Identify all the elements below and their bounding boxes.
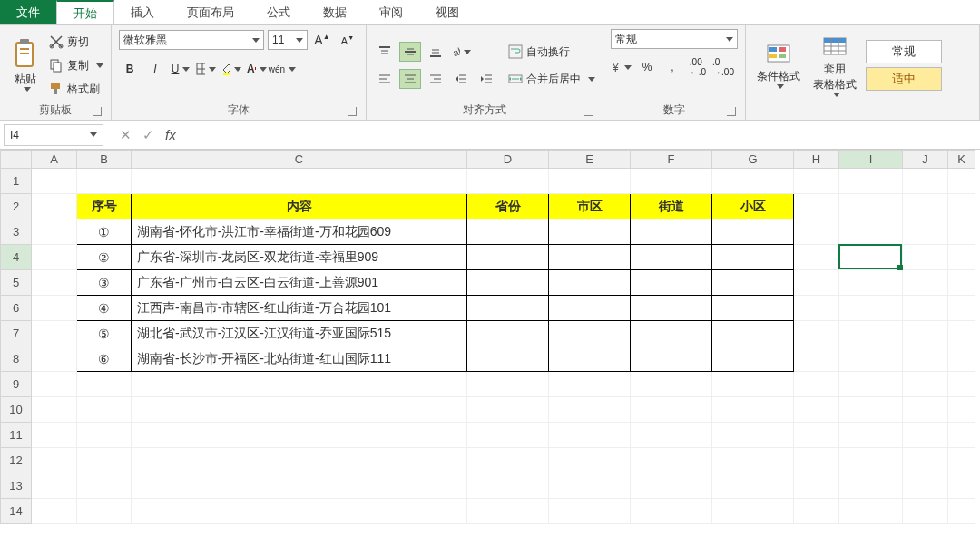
cell-G14[interactable]	[712, 499, 794, 524]
percent-button[interactable]: %	[636, 57, 658, 77]
cell-H12[interactable]	[794, 448, 839, 473]
wrap-text-button[interactable]: 自动换行	[508, 41, 595, 63]
cell-G1[interactable]	[712, 169, 794, 194]
cell-C5[interactable]: 广东省-广州市-白云区-白云街道-上善源901	[132, 270, 467, 296]
cell-G5[interactable]	[712, 270, 794, 296]
cell-E10[interactable]	[549, 397, 631, 423]
cell-J7[interactable]	[903, 321, 948, 346]
cell-H1[interactable]	[794, 169, 839, 194]
cell-B12[interactable]	[77, 448, 132, 473]
decrease-indent-button[interactable]	[450, 69, 472, 89]
cell-J11[interactable]	[903, 423, 948, 448]
accounting-format-button[interactable]: ¥	[611, 57, 632, 77]
tab-file[interactable]: 文件	[0, 0, 56, 24]
align-top-button[interactable]	[374, 42, 396, 62]
cell-D13[interactable]	[467, 473, 549, 499]
cell-G12[interactable]	[712, 448, 794, 473]
row-header-14[interactable]: 14	[1, 499, 32, 524]
cell-D12[interactable]	[467, 448, 549, 473]
row-header-7[interactable]: 7	[1, 321, 32, 346]
cell-A9[interactable]	[32, 372, 77, 397]
cell-K14[interactable]	[948, 499, 975, 524]
cell-C14[interactable]	[132, 499, 467, 524]
cell-D5[interactable]	[467, 270, 549, 296]
cell-D7[interactable]	[467, 321, 549, 346]
cell-I7[interactable]	[839, 321, 903, 346]
cell-H13[interactable]	[794, 473, 839, 499]
cell-G7[interactable]	[712, 321, 794, 346]
cell-F9[interactable]	[631, 372, 712, 397]
col-header-I[interactable]: I	[839, 151, 903, 169]
cell-A1[interactable]	[32, 169, 77, 194]
cell-E14[interactable]	[549, 499, 631, 524]
cancel-formula-button[interactable]: ✕	[120, 127, 132, 143]
cell-I10[interactable]	[839, 397, 903, 423]
launcher-icon[interactable]	[584, 107, 593, 116]
cell-F2[interactable]: 街道	[631, 194, 712, 219]
cell-B3[interactable]: ①	[77, 219, 132, 245]
cell-I2[interactable]	[839, 194, 903, 219]
cell-F5[interactable]	[631, 270, 712, 296]
col-header-G[interactable]: G	[712, 151, 794, 169]
cell-K2[interactable]	[948, 194, 975, 219]
cell-D10[interactable]	[467, 397, 549, 423]
cell-E6[interactable]	[549, 296, 631, 321]
borders-button[interactable]	[195, 59, 217, 79]
cell-D11[interactable]	[467, 423, 549, 448]
cell-G13[interactable]	[712, 473, 794, 499]
col-header-K[interactable]: K	[948, 151, 975, 169]
cell-B14[interactable]	[77, 499, 132, 524]
cell-F13[interactable]	[631, 473, 712, 499]
cell-E8[interactable]	[549, 346, 631, 372]
cell-B8[interactable]: ⑥	[77, 346, 132, 372]
cell-F1[interactable]	[631, 169, 712, 194]
increase-font-button[interactable]: A▲	[311, 30, 333, 50]
row-header-2[interactable]: 2	[1, 194, 32, 219]
cell-G2[interactable]: 小区	[712, 194, 794, 219]
tab-插入[interactable]: 插入	[114, 0, 171, 24]
underline-button[interactable]: U	[170, 59, 191, 79]
paste-button[interactable]: 粘贴	[7, 37, 44, 93]
row-header-5[interactable]: 5	[1, 270, 32, 296]
cell-D3[interactable]	[467, 219, 549, 245]
cell-G8[interactable]	[712, 346, 794, 372]
cell-K12[interactable]	[948, 448, 975, 473]
row-header-3[interactable]: 3	[1, 219, 32, 245]
cell-G4[interactable]	[712, 245, 794, 270]
italic-button[interactable]: I	[144, 59, 166, 79]
cell-J9[interactable]	[903, 372, 948, 397]
cell-F7[interactable]	[631, 321, 712, 346]
cell-F12[interactable]	[631, 448, 712, 473]
col-header-J[interactable]: J	[903, 151, 948, 169]
cell-H8[interactable]	[794, 346, 839, 372]
cell-F4[interactable]	[631, 245, 712, 270]
cell-A7[interactable]	[32, 321, 77, 346]
row-header-1[interactable]: 1	[1, 169, 32, 194]
increase-indent-button[interactable]	[475, 69, 497, 89]
cell-C6[interactable]: 江西声-南昌市-市辖区-红山街道-万合花园101	[132, 296, 467, 321]
cell-B1[interactable]	[77, 169, 132, 194]
cell-I9[interactable]	[839, 372, 903, 397]
cell-A2[interactable]	[32, 194, 77, 219]
cell-A4[interactable]	[32, 245, 77, 270]
cell-I6[interactable]	[839, 296, 903, 321]
cell-J1[interactable]	[903, 169, 948, 194]
orientation-button[interactable]: ab	[450, 42, 472, 62]
cell-J6[interactable]	[903, 296, 948, 321]
cell-K4[interactable]	[948, 245, 975, 270]
align-left-button[interactable]	[374, 69, 396, 89]
fill-color-button[interactable]	[220, 59, 242, 79]
align-bottom-button[interactable]	[425, 42, 446, 62]
cell-A13[interactable]	[32, 473, 77, 499]
cell-I12[interactable]	[839, 448, 903, 473]
bold-button[interactable]: B	[119, 59, 141, 79]
cell-F10[interactable]	[631, 397, 712, 423]
cell-G11[interactable]	[712, 423, 794, 448]
row-header-6[interactable]: 6	[1, 296, 32, 321]
col-header-H[interactable]: H	[794, 151, 839, 169]
cell-E1[interactable]	[549, 169, 631, 194]
tab-审阅[interactable]: 审阅	[363, 0, 419, 24]
cell-I1[interactable]	[839, 169, 903, 194]
cell-A12[interactable]	[32, 448, 77, 473]
number-format-select[interactable]: 常规	[611, 29, 738, 49]
